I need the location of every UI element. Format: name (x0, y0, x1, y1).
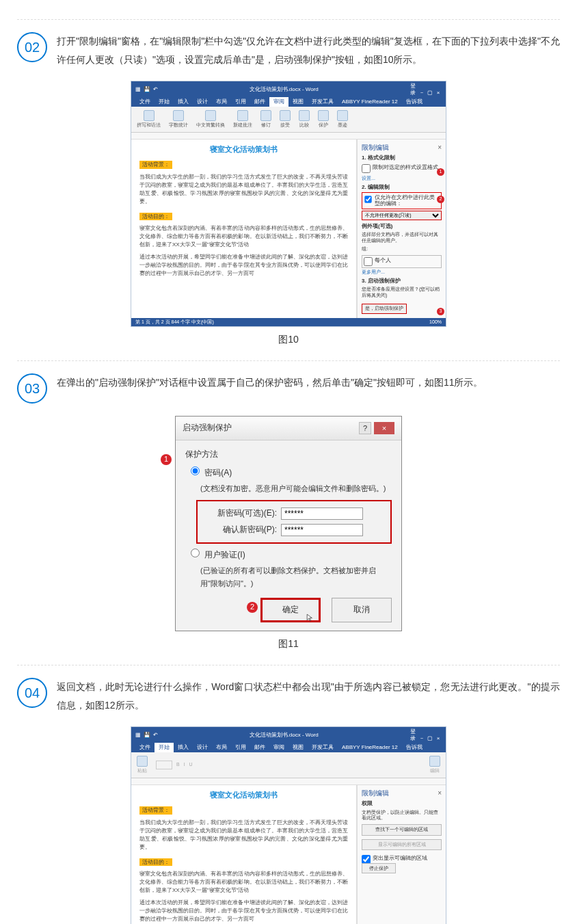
password-block: 1 新密码(可选)(E): 确认新密码(P): (196, 500, 392, 544)
track-icon[interactable] (260, 110, 271, 121)
window-min-icon[interactable]: － (418, 90, 425, 96)
group-label: 组: (362, 246, 442, 252)
login-label-12[interactable]: 登录 (410, 728, 416, 741)
auth-radio[interactable] (191, 549, 200, 557)
everyone-checkbox[interactable] (364, 257, 373, 266)
tab-references[interactable]: 引用 (231, 97, 250, 107)
dialog-close-icon[interactable]: × (374, 422, 394, 434)
tab-design[interactable]: 设计 (193, 97, 212, 107)
new-password-input[interactable] (281, 507, 363, 520)
ok-button[interactable]: 确定 (260, 598, 321, 622)
find-next-region-button[interactable]: 查找下一个可编辑的区域 (362, 824, 442, 835)
rib-accept: 接受 (280, 122, 290, 128)
tab-developer[interactable]: 开发工具 (308, 743, 338, 752)
underline-icon[interactable]: U (189, 762, 193, 767)
settings-link[interactable]: 设置... (362, 176, 442, 181)
format-restrict-label: 限制对选定的样式设置格式 (373, 164, 438, 171)
window-close-icon[interactable]: × (435, 735, 442, 742)
more-users-link[interactable]: 更多用户... (362, 269, 442, 275)
tab-mailings[interactable]: 邮件 (250, 743, 269, 752)
paste-icon[interactable] (137, 756, 148, 767)
newcomment-icon[interactable] (237, 110, 248, 121)
tab-file[interactable]: 文件 (135, 97, 155, 107)
restrict-editing-panel: 1 2 3 限制编辑 × 1. 格式化限制 限制对选定的样式设置格式 设置...… (357, 140, 446, 318)
login-label[interactable]: 登录 (410, 83, 416, 96)
tab-layout[interactable]: 布局 (212, 97, 231, 107)
rib-spell: 拼写和语法 (137, 122, 161, 128)
exceptions-heading: 例外项(可选) (362, 223, 442, 230)
restriction-type-select[interactable]: 不允许任何更改(只读) (362, 211, 442, 220)
highlight-regions-label: 突出显示可编辑的区域 (373, 855, 427, 862)
rib-protect: 保护 (319, 122, 328, 128)
tab-layout[interactable]: 布局 (212, 743, 231, 752)
rib-wordcount: 字数统计 (169, 122, 188, 128)
ink-icon[interactable] (337, 110, 348, 121)
step-02-badge: 02 (17, 32, 47, 62)
marker-1: 1 (437, 168, 444, 176)
status-zoom[interactable]: 100% (429, 319, 442, 325)
compare-icon[interactable] (299, 110, 310, 121)
protect-icon[interactable] (318, 110, 329, 121)
tab-view[interactable]: 视图 (288, 97, 308, 107)
tab-abbyy[interactable]: ABBYY FineReader 12 (338, 743, 402, 752)
step-03-badge: 03 (17, 373, 47, 404)
tab-references[interactable]: 引用 (231, 743, 250, 752)
start-enforcing-button[interactable]: 是，启动强制保护 (362, 304, 407, 313)
tab-review[interactable]: 审阅 (269, 743, 288, 752)
window-max-icon[interactable]: ▢ (427, 735, 433, 742)
window-max-icon[interactable]: ▢ (427, 90, 433, 96)
ribbon-tabs: 文件 开始 插入 设计 布局 引用 邮件 审阅 视图 开发工具 ABBYY Fi… (131, 97, 446, 107)
tab-developer[interactable]: 开发工具 (308, 97, 338, 107)
stop-protection-button[interactable]: 停止保护 (362, 863, 396, 873)
spellcheck-icon[interactable] (144, 110, 155, 121)
exceptions-note: 选择部分文档内容，并选择可以对其任意编辑的用户。 (362, 232, 442, 243)
tab-view[interactable]: 视图 (288, 743, 308, 752)
accept-icon[interactable] (280, 110, 291, 121)
panel-title-12: 限制编辑 (362, 789, 389, 797)
tab-tell-me[interactable]: 告诉我 (402, 743, 427, 752)
titlebar: ▦ 💾 ↶ 文化活动策划书.docx - Word 登录 － ▢ × (131, 81, 446, 97)
panel-close-icon[interactable]: × (438, 144, 442, 152)
dialog-help-icon[interactable]: ? (359, 422, 371, 434)
italic-icon[interactable]: I (184, 762, 185, 767)
password-radio[interactable] (191, 466, 200, 475)
edit-restrict-checkbox[interactable] (364, 196, 371, 202)
dialog-title: 启动强制保护 (183, 421, 232, 436)
step-02-text: 打开"限制编辑"窗格，在"编辑限制"栏中勾选"仅允许在文档中进行此类型的编辑"复… (57, 32, 560, 68)
figure-12: ▦ 💾 ↶ 文化活动策划书.docx - Word 登录 － ▢ × 文件 开始… (17, 726, 560, 924)
tab-design[interactable]: 设计 (193, 743, 212, 752)
cancel-button[interactable]: 取消 (332, 598, 392, 622)
window-close-icon[interactable]: × (435, 90, 442, 96)
divider-top (17, 19, 560, 20)
tab-home[interactable]: 开始 (155, 743, 174, 752)
tab-insert[interactable]: 插入 (174, 743, 193, 752)
translate-icon[interactable] (205, 110, 216, 121)
edit-icon[interactable] (429, 756, 440, 767)
tab-abbyy[interactable]: ABBYY FineReader 12 (338, 97, 402, 107)
tab-insert[interactable]: 插入 (174, 97, 193, 107)
show-all-regions-button[interactable]: 显示可编辑的所有区域 (362, 839, 442, 850)
tab-file[interactable]: 文件 (135, 743, 155, 752)
doc-page-12: 寝室文化活动策划书 活动背景： 当我们成为大学生的那一刻，我们的学习生活方式发生… (131, 785, 357, 924)
tab-home[interactable]: 开始 (155, 97, 174, 107)
tab-review[interactable]: 审阅 (269, 97, 288, 107)
rib-edit: 编辑 (430, 768, 440, 774)
wordcount-icon[interactable] (173, 110, 184, 121)
tab-tell-me[interactable]: 告诉我 (402, 97, 427, 107)
bold-icon[interactable]: B (176, 762, 180, 767)
window-min-icon[interactable]: － (418, 735, 425, 742)
auth-note: (已验证的所有者可以删除文档保护。文档被加密并启用"限制访问"。) (200, 564, 392, 592)
step-02: 02 打开"限制编辑"窗格，在"编辑限制"栏中勾选"仅允许在文档中进行此类型的编… (17, 32, 560, 68)
ruler-12 (131, 778, 446, 785)
rib-paste: 粘贴 (137, 768, 147, 774)
qa-save-icon: 💾 (144, 732, 150, 739)
tab-mailings[interactable]: 邮件 (250, 97, 269, 107)
step-04-badge: 04 (17, 678, 47, 708)
word-window-10: ▦ 💾 ↶ 文化活动策划书.docx - Word 登录 － ▢ × 文件 开始… (131, 81, 446, 327)
confirm-password-input[interactable] (281, 524, 363, 536)
statusbar: 第 1 页，共 2 页 844 个字 中文(中国) 100% (131, 318, 446, 326)
format-restrict-checkbox[interactable] (362, 164, 371, 173)
panel-close-icon-12[interactable]: × (438, 789, 442, 797)
confirm-password-label: 确认新密码(P): (202, 523, 277, 538)
font-box[interactable] (156, 761, 172, 769)
